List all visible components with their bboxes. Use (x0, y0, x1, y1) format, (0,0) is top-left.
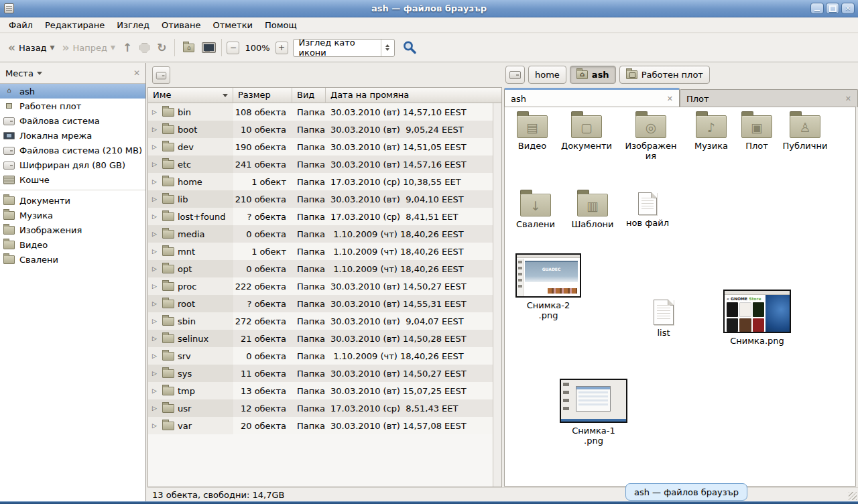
expander-icon[interactable]: ▷ (152, 335, 159, 342)
sidebar-item[interactable]: Документи (0, 193, 145, 208)
sidebar-mode-select[interactable]: Места (5, 68, 34, 78)
sidebar-item[interactable]: ash (0, 84, 145, 99)
expander-icon[interactable]: ▷ (152, 387, 159, 394)
resize-grip[interactable] (849, 492, 857, 500)
table-row[interactable]: ▷ selinux 21 обекта Папка 30.03.2010 (вт… (148, 330, 501, 347)
computer-button[interactable] (198, 40, 217, 56)
minimize-button[interactable] (810, 3, 824, 14)
table-row[interactable]: ▷ etc 241 обекта Папка 30.03.2010 (вт) 1… (148, 155, 501, 173)
menu-item[interactable]: Изглед (111, 19, 156, 32)
icon-new-file[interactable]: нов файл (620, 192, 675, 228)
sidebar-item[interactable]: Файлова система (210 MB) (0, 143, 145, 158)
expander-icon[interactable]: ▷ (152, 405, 159, 412)
expander-icon[interactable]: ▷ (152, 353, 159, 359)
titlebar[interactable]: ash — файлов браузър ✕ (0, 0, 858, 17)
expander-icon[interactable]: ▷ (152, 231, 159, 237)
zoom-in-button[interactable]: + (275, 42, 288, 54)
path-home-button[interactable]: home (528, 66, 566, 84)
table-row[interactable]: ▷ usr 12 обекта Папка 17.03.2010 (ср) 8,… (148, 399, 501, 417)
table-row[interactable]: ▷ dev 190 обекта Папка 30.03.2010 (вт) 1… (148, 138, 501, 155)
back-dropdown-icon[interactable]: ▼ (50, 44, 55, 51)
table-row[interactable]: ▷ tmp 13 обекта Папка 30.03.2010 (вт) 15… (148, 382, 501, 399)
home-button[interactable]: ⌂ (180, 40, 198, 56)
sidebar-item[interactable]: Музика (0, 208, 145, 223)
table-row[interactable]: ▷ lost+found ? обекта Папка 17.03.2010 (… (148, 208, 501, 225)
sidebar-item[interactable]: Файлова система (0, 113, 145, 128)
expander-icon[interactable]: ▷ (152, 283, 159, 290)
table-row[interactable]: ▷ sys 11 обекта Папка 30.03.2010 (вт) 14… (148, 365, 501, 382)
sidebar-item[interactable]: Свалени (0, 252, 145, 267)
path-desktop-button[interactable]: Работен плот (619, 66, 710, 84)
menu-item[interactable]: Отиване (156, 19, 206, 32)
table-row[interactable]: ▷ home 1 обект Папка 17.03.2010 (ср) 10,… (148, 173, 501, 190)
table-row[interactable]: ▷ media 0 обекта Папка 1.10.2009 (чт) 18… (148, 225, 501, 243)
icon-documents[interactable]: ▢ Документи (559, 115, 614, 151)
icon-list-file[interactable]: list (636, 300, 691, 338)
expander-icon[interactable]: ▷ (152, 248, 159, 255)
expander-icon[interactable]: ▷ (152, 196, 159, 202)
table-row[interactable]: ▷ var 20 обекта Папка 30.03.2010 (вт) 14… (148, 417, 501, 434)
icon-pictures[interactable]: ◎ Изображения (625, 115, 677, 161)
root-location-button[interactable] (152, 66, 170, 84)
table-row[interactable]: ▷ srv 0 обекта Папка 1.10.2009 (чт) 18,4… (148, 347, 501, 365)
table-row[interactable]: ▷ proc 222 обекта Папка 30.03.2010 (вт) … (148, 277, 501, 295)
table-row[interactable]: ▷ lib 210 обекта Папка 30.03.2010 (вт) 9… (148, 190, 501, 208)
menu-item[interactable]: Помощ (259, 19, 303, 32)
stop-button[interactable] (136, 40, 153, 56)
table-row[interactable]: ▷ sbin 272 обекта Папка 30.03.2010 (вт) … (148, 312, 501, 330)
table-row[interactable]: ▷ boot 10 обекта Папка 30.03.2010 (вт) 9… (148, 121, 501, 138)
expander-icon[interactable]: ▷ (152, 143, 159, 150)
up-button[interactable]: ↑ (119, 38, 135, 58)
expander-icon[interactable]: ▷ (152, 213, 159, 220)
sidebar-close-icon[interactable]: ✕ (133, 68, 140, 78)
path-current-button[interactable]: ash (570, 66, 616, 84)
expander-icon[interactable]: ▷ (152, 300, 159, 307)
icon-video[interactable]: ▤ Видео (505, 115, 560, 151)
tab-close-icon[interactable]: ✕ (667, 94, 673, 103)
icon-public[interactable]: ♙ Публични (778, 115, 833, 151)
table-row[interactable]: ▷ root ? обекта Папка 30.03.2010 (вт) 14… (148, 295, 501, 312)
icon-snimka[interactable]: « GNOME Store Снимка.png (723, 290, 791, 346)
table-row[interactable]: ▷ bin 108 обекта Папка 30.03.2010 (вт) 1… (148, 103, 501, 121)
sidebar-item[interactable]: Локална мрежа (0, 128, 145, 143)
expander-icon[interactable]: ▷ (152, 178, 159, 185)
icon-snimka2[interactable]: GUADEC Снимка-2.png (515, 253, 581, 320)
table-row[interactable]: ▷ mnt 1 обект Папка 1.10.2009 (чт) 18,40… (148, 243, 501, 260)
back-button[interactable]: « Назад ▼ (5, 39, 58, 57)
menu-item[interactable]: Файл (3, 19, 39, 32)
expander-icon[interactable]: ▷ (152, 126, 159, 133)
expander-icon[interactable]: ▷ (152, 318, 159, 324)
icon-desktop[interactable]: ▣ Плот (729, 115, 784, 151)
tab-plot[interactable]: Плот ✕ (680, 89, 858, 107)
column-header-size[interactable]: Размер (233, 88, 292, 103)
close-button[interactable]: ✕ (841, 3, 855, 14)
expander-icon[interactable]: ▷ (152, 370, 159, 377)
sidebar-item[interactable]: Шифриран дял (80 GB) (0, 158, 145, 172)
vertical-scrollbar[interactable] (493, 103, 501, 487)
search-button[interactable] (402, 40, 417, 55)
table-row[interactable]: ▷ opt 0 обекта Папка 1.10.2009 (чт) 18,4… (148, 260, 501, 277)
expander-icon[interactable]: ▷ (152, 265, 159, 272)
icon-snimka1[interactable]: Снимка-1.png (560, 379, 627, 446)
maximize-button[interactable] (826, 3, 839, 14)
expander-icon[interactable]: ▷ (152, 161, 159, 168)
expander-icon[interactable]: ▷ (152, 422, 159, 429)
column-header-modified[interactable]: Дата на промяна (326, 88, 501, 103)
forward-button[interactable]: » Напред ▼ (59, 39, 119, 57)
reload-button[interactable]: ↻ (154, 38, 170, 58)
sidebar-item[interactable]: Кошче (0, 172, 145, 187)
menu-item[interactable]: Отметки (206, 19, 258, 32)
view-mode-spinner-icon[interactable] (381, 40, 394, 56)
sidebar-item[interactable]: Изображения (0, 223, 145, 237)
sidebar-item[interactable]: Видео (0, 237, 145, 252)
zoom-out-button[interactable]: − (227, 42, 239, 54)
expander-icon[interactable]: ▷ (152, 109, 159, 115)
tab-close-icon[interactable]: ✕ (845, 94, 851, 103)
view-mode-select[interactable]: Изглед като икони (293, 39, 395, 57)
tab-ash[interactable]: ash ✕ (504, 88, 680, 107)
icon-templates[interactable]: ▥ Шаблони (565, 194, 620, 229)
icon-downloads[interactable]: ↓ Свалени (508, 194, 563, 229)
path-root-button[interactable] (505, 66, 525, 84)
sidebar-item[interactable]: Работен плот (0, 99, 145, 113)
column-header-name[interactable]: Име (148, 88, 233, 103)
